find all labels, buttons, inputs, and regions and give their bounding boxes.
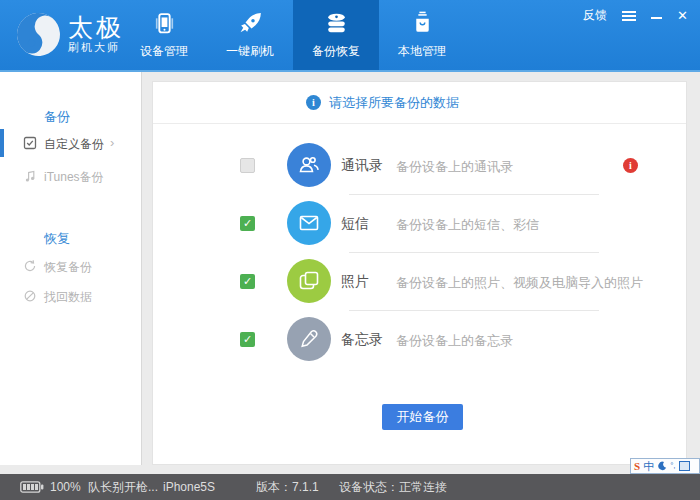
backup-row-photos: ✓ 照片 备份设备上的照片、视频及电脑导入的照片	[153, 252, 686, 310]
battery-percent: 100%	[50, 474, 81, 500]
chevron-right-icon: ›	[110, 135, 114, 150]
music-note-icon	[23, 169, 37, 183]
device-status: 设备状态：正常连接	[339, 474, 447, 500]
backup-panel: i 请选择所要备份的数据 通讯录 备份设备上的通讯录 i ✓ 短信 备份设备上的…	[152, 81, 687, 465]
rocket-icon	[237, 10, 264, 37]
photos-icon	[287, 259, 331, 303]
notes-checkbox[interactable]: ✓	[240, 332, 255, 347]
sidebar-item-restore-backup[interactable]: 恢复备份	[0, 252, 141, 280]
row-description: 备份设备上的短信、彩信	[396, 216, 539, 234]
device-name: 队长别开枪...	[88, 474, 158, 500]
photos-checkbox[interactable]: ✓	[240, 274, 255, 289]
row-title: 通讯录	[341, 157, 383, 175]
ime-toolbar[interactable]: S 中 °,	[630, 458, 700, 474]
alert-icon[interactable]: i	[623, 158, 638, 173]
menu-icon[interactable]	[622, 11, 636, 21]
tab-one-click-flash[interactable]: 一键刷机	[207, 0, 293, 70]
sidebar-section-backup: 备份	[44, 108, 70, 126]
app-window: { "header": { "logo_title": "太极", "logo_…	[0, 0, 700, 500]
sidebar-item-label: 自定义备份	[44, 136, 104, 153]
row-title: 照片	[341, 273, 369, 291]
contacts-checkbox[interactable]	[240, 158, 255, 173]
sidebar-item-label: 恢复备份	[44, 259, 92, 276]
tab-label: 设备管理	[140, 43, 188, 60]
moon-icon[interactable]	[657, 461, 667, 471]
contacts-icon	[287, 143, 331, 187]
sidebar: 备份 自定义备份 › iTunes备份 恢复 恢复备份 找回数据	[0, 72, 142, 465]
battery-icon	[20, 481, 44, 493]
banner-text: 请选择所要备份的数据	[329, 94, 459, 112]
logo-text: 太极 刷机大师	[68, 14, 124, 55]
sidebar-item-recover-data[interactable]: 找回数据	[0, 282, 141, 310]
row-title: 短信	[341, 215, 369, 233]
sidebar-section-restore: 恢复	[44, 230, 70, 248]
backup-row-contacts: 通讯录 备份设备上的通讯录 i	[153, 136, 686, 194]
status-bar: 100% 队长别开枪... iPhone5S 版本：7.1.1 设备状态：正常连…	[0, 474, 700, 500]
tab-label: 本地管理	[398, 43, 446, 60]
tab-backup-restore[interactable]: 备份恢复	[293, 0, 379, 70]
phone-icon	[151, 10, 178, 37]
instruction-banner: i 请选择所要备份的数据	[153, 82, 686, 124]
ime-punctuation-toggle[interactable]: °,	[670, 461, 675, 471]
sidebar-item-label: 找回数据	[44, 289, 92, 306]
feedback-link[interactable]: 反馈	[583, 7, 607, 24]
info-icon: i	[306, 95, 321, 110]
database-icon	[323, 10, 350, 37]
taiji-logo-icon	[16, 12, 61, 57]
sms-icon	[287, 201, 331, 245]
logo-title: 太极	[68, 14, 124, 40]
tab-label: 一键刷机	[226, 43, 274, 60]
app-version: 版本：7.1.1	[256, 474, 319, 500]
backup-row-sms: ✓ 短信 备份设备上的短信、彩信	[153, 194, 686, 252]
close-icon[interactable]: ✕	[677, 9, 688, 23]
row-description: 备份设备上的通讯录	[396, 158, 513, 176]
backup-row-notes: ✓ 备忘录 备份设备上的备忘录	[153, 310, 686, 368]
bag-icon	[409, 10, 436, 37]
recover-data-icon	[23, 289, 37, 303]
sidebar-item-itunes-backup[interactable]: iTunes备份	[0, 162, 141, 190]
notes-icon	[287, 317, 331, 361]
window-controls: 反馈 ✕	[583, 7, 688, 24]
row-description: 备份设备上的照片、视频及电脑导入的照片	[396, 274, 643, 292]
sidebar-item-label: iTunes备份	[44, 169, 104, 186]
start-backup-button[interactable]: 开始备份	[382, 404, 463, 430]
custom-backup-icon	[23, 136, 37, 150]
header-bar: 太极 刷机大师 设备管理 一键刷机	[0, 0, 700, 72]
minimize-icon[interactable]	[651, 17, 662, 19]
tab-device-management[interactable]: 设备管理	[121, 0, 207, 70]
app-logo: 太极 刷机大师	[16, 12, 124, 57]
ime-language-toggle[interactable]: 中	[643, 460, 654, 472]
keyboard-icon[interactable]	[679, 461, 690, 471]
sms-checkbox[interactable]: ✓	[240, 216, 255, 231]
tab-label: 备份恢复	[312, 43, 360, 60]
sogou-icon[interactable]: S	[634, 460, 640, 472]
row-title: 备忘录	[341, 331, 383, 349]
restore-icon	[23, 259, 37, 273]
device-model: iPhone5S	[163, 474, 215, 500]
tab-local-management[interactable]: 本地管理	[379, 0, 465, 70]
sidebar-item-custom-backup[interactable]: 自定义备份 ›	[0, 129, 141, 157]
logo-subtitle: 刷机大师	[68, 40, 124, 55]
main-nav: 设备管理 一键刷机 备份恢复	[121, 0, 465, 70]
row-description: 备份设备上的备忘录	[396, 332, 513, 350]
selected-indicator	[0, 129, 4, 157]
